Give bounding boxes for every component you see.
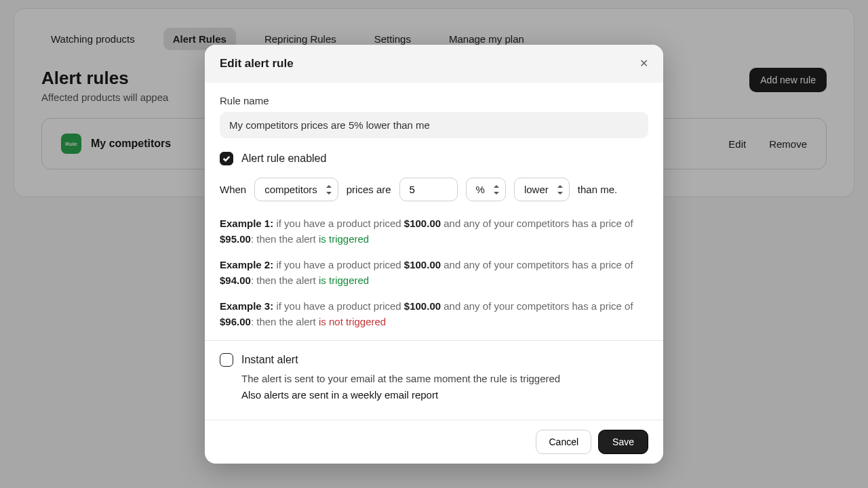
direction-select[interactable]: lower [514,178,570,201]
example-text: Example 3: if you have a product priced … [220,299,648,329]
alert-enabled-label: Alert rule enabled [241,152,326,165]
unit-select[interactable]: % [466,178,506,201]
chevrons-icon [326,185,332,195]
sentence-than-me: than me. [578,184,617,195]
rule-name-label: Rule name [220,95,648,106]
divider [205,340,663,341]
instant-alert-desc-2: Also alerts are sent in a weekly email r… [241,387,648,403]
chevrons-icon [557,185,564,195]
edit-alert-rule-modal: Edit alert rule ✕ Rule name Alert rule e… [205,45,663,464]
close-icon[interactable]: ✕ [639,58,648,69]
save-button[interactable]: Save [598,430,648,454]
instant-alert-label: Instant alert [241,354,298,366]
amount-input[interactable] [399,178,458,201]
example-text: Example 2: if you have a product priced … [220,258,648,288]
sentence-prices-are: prices are [347,184,391,195]
modal-overlay: Edit alert rule ✕ Rule name Alert rule e… [0,0,868,488]
rule-name-input[interactable] [220,112,648,138]
instant-alert-checkbox[interactable] [220,353,233,367]
example-text: Example 1: if you have a product priced … [220,216,648,247]
cancel-button[interactable]: Cancel [536,430,591,454]
modal-title: Edit alert rule [220,57,294,70]
rule-sentence: When competitors prices are % lower than… [220,178,648,201]
chevrons-icon [493,185,500,195]
who-select[interactable]: competitors [254,178,338,201]
instant-alert-desc-1: The alert is sent to your email at the s… [241,371,648,387]
alert-enabled-checkbox[interactable] [220,152,233,165]
sentence-when: When [220,184,246,195]
